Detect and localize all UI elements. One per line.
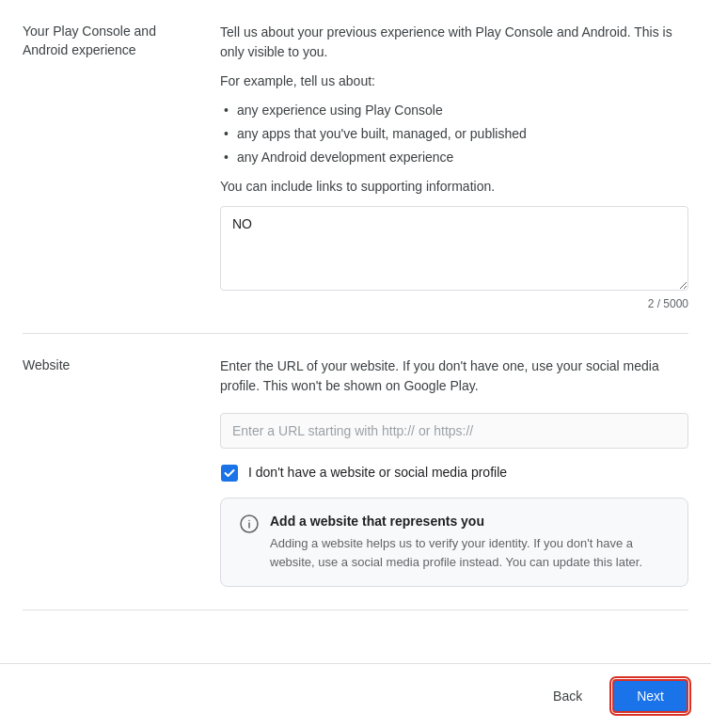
experience-desc3: You can include links to supporting info… (220, 177, 688, 197)
info-box: Add a website that represents you Adding… (220, 498, 688, 587)
experience-desc2: For example, tell us about: (220, 71, 688, 91)
bullet-3: any Android development experience (220, 148, 688, 167)
experience-section: Your Play Console and Android experience… (23, 0, 688, 334)
website-content: Enter the URL of your website. If you do… (220, 356, 688, 587)
checkbox-wrapper[interactable] (220, 464, 239, 483)
website-label: Website (23, 356, 220, 587)
svg-point-1 (248, 520, 250, 522)
page-container: Your Play Console and Android experience… (0, 0, 711, 728)
checkbox-row: I don't have a website or social media p… (220, 464, 688, 483)
info-box-text: Adding a website helps us to verify your… (270, 534, 669, 571)
experience-desc1: Tell us about your previous experience w… (220, 23, 688, 62)
experience-content: Tell us about your previous experience w… (220, 23, 688, 310)
experience-textarea[interactable]: NO (220, 206, 688, 291)
info-icon (240, 514, 259, 533)
website-section: Website Enter the URL of your website. I… (23, 334, 688, 610)
bullet-2: any apps that you've built, managed, or … (220, 124, 688, 144)
checkbox-label: I don't have a website or social media p… (248, 464, 507, 483)
info-box-content: Add a website that represents you Adding… (270, 514, 669, 571)
experience-label: Your Play Console and Android experience (23, 23, 220, 310)
info-box-title: Add a website that represents you (270, 514, 669, 529)
url-input[interactable] (220, 413, 688, 449)
website-description: Enter the URL of your website. If you do… (220, 356, 688, 396)
main-content: Your Play Console and Android experience… (0, 0, 711, 663)
next-button[interactable]: Next (612, 679, 688, 713)
experience-bullets: any experience using Play Console any ap… (220, 101, 688, 167)
textarea-wrapper: NO 2 / 5000 (220, 206, 688, 310)
bullet-1: any experience using Play Console (220, 101, 688, 120)
back-button[interactable]: Back (538, 681, 597, 711)
char-count: 2 / 5000 (220, 297, 688, 310)
footer-nav: Back Next (0, 663, 711, 728)
